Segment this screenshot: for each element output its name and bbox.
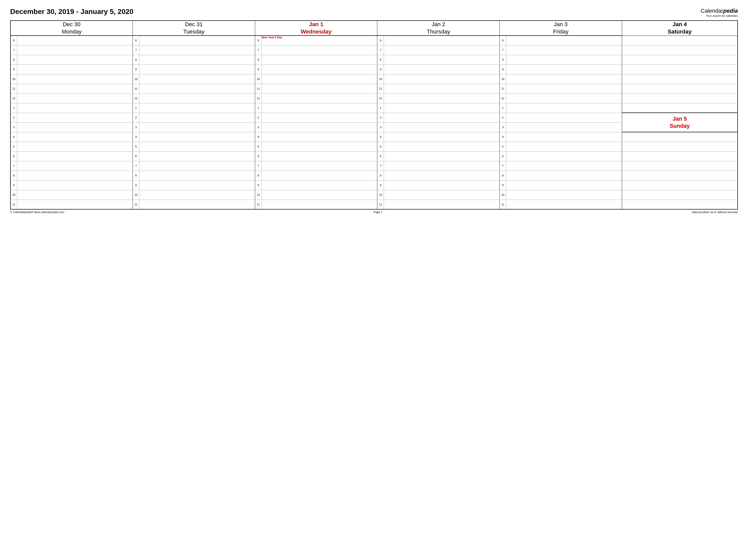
- time-slot[interactable]: New Year's Day: [261, 36, 377, 45]
- time-slot[interactable]: [17, 93, 133, 103]
- time-slot[interactable]: [506, 74, 622, 84]
- time-slot[interactable]: [139, 122, 255, 132]
- weekend-slot[interactable]: [622, 200, 738, 209]
- time-slot[interactable]: [506, 142, 622, 151]
- time-slot[interactable]: [17, 45, 133, 55]
- time-slot[interactable]: [17, 55, 133, 65]
- time-slot[interactable]: [261, 161, 377, 171]
- weekend-slot[interactable]: [622, 103, 738, 113]
- time-slot[interactable]: [506, 55, 622, 65]
- time-slot[interactable]: [506, 103, 622, 113]
- time-slot[interactable]: [384, 200, 500, 209]
- time-slot[interactable]: [139, 84, 255, 93]
- weekend-slot[interactable]: [622, 190, 738, 200]
- time-slot[interactable]: [384, 132, 500, 142]
- time-slot[interactable]: [384, 113, 500, 122]
- time-slot[interactable]: [384, 55, 500, 65]
- time-slot[interactable]: [17, 84, 133, 93]
- weekend-slot[interactable]: [622, 171, 738, 180]
- time-slot[interactable]: [261, 151, 377, 161]
- time-slot[interactable]: [261, 142, 377, 151]
- time-slot[interactable]: [17, 200, 133, 209]
- weekend-slot[interactable]: [622, 180, 738, 190]
- time-slot[interactable]: [17, 113, 133, 122]
- time-slot[interactable]: [384, 142, 500, 151]
- time-slot[interactable]: [261, 171, 377, 180]
- time-slot[interactable]: [261, 45, 377, 55]
- time-slot[interactable]: [384, 161, 500, 171]
- time-slot[interactable]: [139, 103, 255, 113]
- weekend-slot[interactable]: [622, 93, 738, 103]
- time-slot[interactable]: [17, 74, 133, 84]
- time-slot[interactable]: [139, 65, 255, 74]
- time-slot[interactable]: [139, 142, 255, 151]
- time-slot[interactable]: [261, 74, 377, 84]
- time-slot[interactable]: [384, 93, 500, 103]
- weekend-slot[interactable]: [622, 74, 738, 84]
- time-slot[interactable]: [506, 45, 622, 55]
- time-slot[interactable]: [384, 103, 500, 113]
- weekend-slot[interactable]: [622, 151, 738, 161]
- time-slot[interactable]: [384, 151, 500, 161]
- time-slot[interactable]: [506, 113, 622, 122]
- time-slot[interactable]: [261, 65, 377, 74]
- time-slot[interactable]: [139, 45, 255, 55]
- time-slot[interactable]: [261, 113, 377, 122]
- time-slot[interactable]: [139, 55, 255, 65]
- weekend-slot[interactable]: [622, 65, 738, 74]
- time-slot[interactable]: [261, 103, 377, 113]
- weekend-slot[interactable]: [622, 84, 738, 93]
- time-slot[interactable]: [17, 151, 133, 161]
- time-slot[interactable]: [506, 171, 622, 180]
- time-slot[interactable]: [506, 132, 622, 142]
- time-slot[interactable]: [384, 190, 500, 200]
- time-slot[interactable]: [139, 93, 255, 103]
- time-slot[interactable]: [139, 36, 255, 45]
- time-slot[interactable]: [384, 180, 500, 190]
- time-slot[interactable]: [506, 122, 622, 132]
- time-slot[interactable]: [261, 132, 377, 142]
- time-slot[interactable]: [384, 65, 500, 74]
- time-slot[interactable]: [261, 84, 377, 93]
- time-slot[interactable]: [17, 161, 133, 171]
- time-slot[interactable]: [506, 93, 622, 103]
- time-slot[interactable]: [506, 65, 622, 74]
- time-slot[interactable]: [384, 45, 500, 55]
- time-slot[interactable]: [384, 36, 500, 45]
- time-slot[interactable]: [139, 151, 255, 161]
- time-slot[interactable]: [261, 55, 377, 65]
- weekend-slot[interactable]: [622, 36, 738, 45]
- time-slot[interactable]: [17, 122, 133, 132]
- time-slot[interactable]: [139, 113, 255, 122]
- time-slot[interactable]: [139, 190, 255, 200]
- time-slot[interactable]: [139, 200, 255, 209]
- time-slot[interactable]: [139, 74, 255, 84]
- time-slot[interactable]: [506, 180, 622, 190]
- time-slot[interactable]: [384, 84, 500, 93]
- time-slot[interactable]: [17, 132, 133, 142]
- time-slot[interactable]: [384, 171, 500, 180]
- time-slot[interactable]: [506, 36, 622, 45]
- time-slot[interactable]: [17, 190, 133, 200]
- weekend-slot[interactable]: [622, 132, 738, 142]
- time-slot[interactable]: [261, 200, 377, 209]
- time-slot[interactable]: [261, 93, 377, 103]
- weekend-slot[interactable]: [622, 161, 738, 171]
- time-slot[interactable]: [506, 200, 622, 209]
- time-slot[interactable]: [17, 180, 133, 190]
- time-slot[interactable]: [506, 161, 622, 171]
- weekend-slot[interactable]: [622, 142, 738, 151]
- time-slot[interactable]: [261, 122, 377, 132]
- time-slot[interactable]: [506, 190, 622, 200]
- time-slot[interactable]: [17, 36, 133, 45]
- time-slot[interactable]: [506, 151, 622, 161]
- time-slot[interactable]: [139, 171, 255, 180]
- time-slot[interactable]: [139, 132, 255, 142]
- time-slot[interactable]: [261, 180, 377, 190]
- time-slot[interactable]: [139, 180, 255, 190]
- time-slot[interactable]: [384, 122, 500, 132]
- time-slot[interactable]: [17, 103, 133, 113]
- time-slot[interactable]: [261, 190, 377, 200]
- time-slot[interactable]: [506, 84, 622, 93]
- weekend-slot[interactable]: [622, 55, 738, 65]
